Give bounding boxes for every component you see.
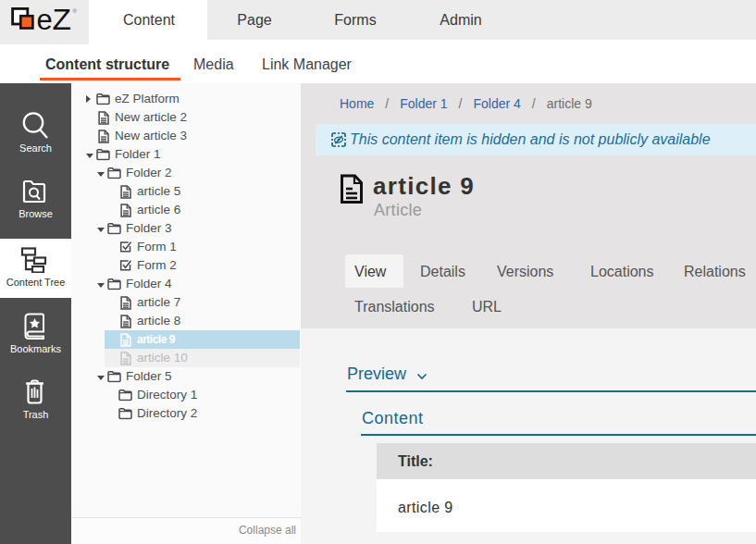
svg-text:Z: Z [53,6,72,36]
svg-text:e: e [37,6,53,36]
svg-text:®: ® [73,8,78,14]
